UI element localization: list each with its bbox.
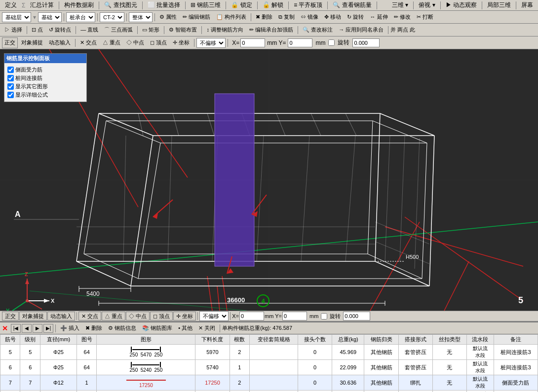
check-mark-btn[interactable]: 🔍 查改标注 [300,25,335,36]
label-pile-rebar: 桩间连接筋 [15,74,42,82]
rect-btn[interactable]: ▭ 矩形 [140,25,162,36]
copy-btn[interactable]: ⧉ 复制 [276,12,297,23]
coord-btn[interactable]: ✛ 坐标 [170,37,192,48]
col-header-lap: 搭接形式 [398,335,432,345]
point-btn[interactable]: ⊡ 点 [29,25,45,36]
nav-first[interactable]: |◀ [11,324,21,333]
snap-mode-select[interactable]: 不偏移 [199,311,229,321]
menu-view-rebar[interactable]: 🔍 查看钢筋量 [330,0,374,10]
close-panel-btn[interactable]: ✕ [2,324,8,332]
cell-grade: Φ14 [40,391,77,392]
menu-align-top[interactable]: ≡ 平齐板顶 [291,0,325,10]
move-btn[interactable]: ✥ 移动 [322,12,344,23]
toolbar2: ▷ 选择 ⊡ 点 ↺ 旋转点 — 直线 ⌒ 三点画弧 ▭ 矩形 ⚙ 智能布置 ↕… [0,24,538,36]
rotate-btn[interactable]: ↻ 旋转 [345,12,366,23]
rotate-point-btn[interactable]: ↺ 旋转点 [46,25,74,36]
ortho-btn[interactable]: 正交 [2,37,18,48]
menu-unlock[interactable]: 🔓 解锁 [260,0,286,10]
intersect-status-btn[interactable]: ✕ 交点 [78,312,101,321]
nav-last[interactable]: ▶| [43,324,53,333]
delete-rebar-btn[interactable]: ✖ 删除 [83,324,105,333]
other-btn[interactable]: • 其他 [176,324,195,333]
rotate-checkbox[interactable] [328,39,335,46]
line-btn[interactable]: — 直线 [78,25,101,36]
x-status-label: X= [232,313,239,319]
floor-type-select[interactable]: 基础 [38,12,62,22]
dynamic-input-btn[interactable]: 动态输入 [46,37,73,48]
smart-arrange-btn[interactable]: ⚙ 智能布置 [166,25,199,36]
menu-local-3d[interactable]: 局部三维 [484,0,514,10]
layer-select[interactable]: 基础层 [2,12,31,22]
mirror-btn[interactable]: ⇔ 镜像 [298,12,321,23]
ortho-status-btn[interactable]: 正交 [2,312,19,321]
close-btn[interactable]: ✕ 关闭 [196,324,218,333]
id-select[interactable]: CT-2 [100,12,124,22]
delete-btn[interactable]: ✖ 删除 [253,12,275,23]
extend-btn[interactable]: ↔ 延伸 [368,12,390,23]
snap-toolbar: 正交 对象捕捉 动态输入 ✕ 交点 △ 重点 ◇ 中点 ◻ 顶点 ✛ 坐标 不偏… [0,36,538,49]
y-status-input[interactable] [282,312,307,321]
rotate-input[interactable] [352,38,380,47]
select-btn[interactable]: ▷ 选择 [2,25,25,36]
snap-status-btn[interactable]: 对象捕捉 [19,312,47,321]
rebar-info-btn[interactable]: ⚙ 钢筋信息 [106,324,139,333]
rotate-status-checkbox[interactable] [321,313,327,320]
x-input[interactable] [240,38,265,47]
checkbox-side-rebar[interactable] [7,67,14,73]
menu-rebar-3d[interactable]: ⊞ 钢筋三维 [188,0,224,10]
menu-batch-select[interactable]: ⬜ 批量选择 [145,0,183,10]
cell-grade: Φ12 [40,375,77,391]
midpoint-btn[interactable]: ◇ 中点 [124,37,147,48]
checkbox-detail-formula[interactable] [7,92,14,98]
menu-component-data[interactable]: 构件数据刷 [61,0,97,10]
intersect-btn[interactable]: ✕ 交点 [77,37,99,48]
object-snap-btn[interactable]: 对象捕捉 [19,37,45,48]
cell-id: 6 [0,360,20,375]
rebar-toolbar: ✕ |◀ ◀ ▶ ▶| ➕ 插入 ✖ 删除 ⚙ 钢筋信息 📚 钢筋图库 • 其他… [0,322,538,334]
rotate-status-input[interactable] [343,312,370,321]
edit-pile-rebar-btn[interactable]: ✏ 编辑承台加强筋 [247,25,296,36]
offset-select[interactable]: 不偏移 [196,38,226,48]
table-row[interactable]: 8 8 Φ14 1 550 550 60 0 39.93 其他钢筋 绑扎 无 默… [0,391,538,392]
table-row[interactable]: 6 6 Φ25 64 250 5240 250 5740 1 0 22.099 … [0,360,538,375]
table-row[interactable]: 7 7 Φ12 1 17250 17250 2 0 30.636 其他钢筋 绑扎… [0,375,538,391]
x-status-input[interactable] [239,312,264,321]
component-list-btn[interactable]: 📋 构件列表 [214,12,249,23]
menu-top-view[interactable]: 俯视 ▾ [416,0,438,10]
nav-prev[interactable]: ◀ [22,324,32,333]
adjust-direction-btn[interactable]: ↕ 调整钢筋方向 [204,25,246,36]
midpoint-btn1[interactable]: △ 重点 [100,37,123,48]
cell-shape-num: 1 [77,375,96,391]
modify-btn[interactable]: ✏ 修改 [391,12,413,23]
menu-find[interactable]: 🔍 查找图元 [101,0,140,10]
cell-joint: 0 [298,360,332,375]
break-btn[interactable]: ✂ 打断 [414,12,436,23]
menu-3d[interactable]: 三维 ▾ [389,0,411,10]
coord-status-btn[interactable]: ✛ 坐标 [173,312,196,321]
arc-btn[interactable]: ⌒ 三点画弧 [102,25,135,36]
vertex-btn[interactable]: ◻ 顶点 [148,37,169,48]
menu-lock[interactable]: 🔒 锁定 [228,0,255,10]
rebar-lib-btn[interactable]: 📚 钢筋图库 [140,324,175,333]
midpt-status-btn[interactable]: ◇ 中点 [126,312,150,321]
apply-same-btn[interactable]: → 应用到同名承台 [336,25,386,36]
insert-rebar-btn[interactable]: ➕ 插入 [58,324,82,333]
view-select[interactable]: 整体 [129,12,153,22]
cell-note: 桩间连接筋3 [494,345,538,360]
menu-screen[interactable]: 屏幕 [518,0,536,10]
dynamic-status-btn[interactable]: 动态输入 [47,312,75,321]
menu-define[interactable]: 定义 [2,0,20,10]
cell-cut-length: 5970 [195,345,230,360]
edit-rebar-btn[interactable]: ✏ 编辑钢筋 [180,12,213,23]
nav-next[interactable]: ▶ [33,324,42,333]
y-input[interactable] [288,38,312,47]
checkbox-pile-rebar[interactable] [7,75,14,81]
vertex-status-btn[interactable]: △ 重点 [102,312,125,321]
table-row[interactable]: 5 5 Φ25 64 250 5470 250 5970 2 0 45.969 … [0,345,538,360]
checkbox-other-shape[interactable] [7,83,14,90]
menu-dynamic-obs[interactable]: ▶ 动态观察 [443,0,480,10]
menu-sum[interactable]: 汇总计算 [27,0,57,10]
top-status-btn[interactable]: ◻ 顶点 [150,312,173,321]
property-btn[interactable]: ⚙ 属性 [157,12,179,23]
component-select[interactable]: 桩承台 [66,12,95,22]
